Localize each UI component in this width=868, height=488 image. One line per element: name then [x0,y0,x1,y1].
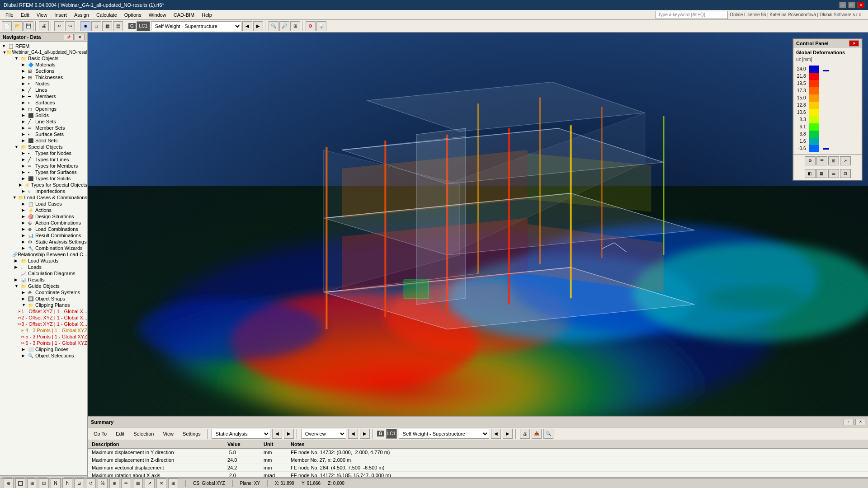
cp-btn-filter[interactable]: ▦ [816,169,827,178]
load-cases-arrow[interactable]: ▶ [22,202,28,206]
bottom-lc-prev[interactable]: ◀ [491,429,501,439]
types-solids-arrow[interactable]: ▶ [22,176,28,181]
search-input[interactable] [656,11,728,19]
lc-name-dropdown[interactable]: Self Weight - Superstructure [151,21,241,31]
bottom-goto[interactable]: Go To [90,430,110,437]
special-objects-arrow[interactable]: ▼ [14,145,21,149]
loads-arrow[interactable]: ▶ [14,265,21,269]
solid-sets-arrow[interactable]: ▶ [22,138,28,143]
nav-item-types-surfaces[interactable]: ▶ ▪ Types for Surfaces [0,169,87,175]
cp-close-button[interactable]: ✕ [849,40,859,47]
comb-wizards-arrow[interactable]: ▶ [22,246,28,250]
nav-item-solid-sets[interactable]: ▶ ⬛ Solid Sets [0,137,87,144]
lc-next-button[interactable]: ▶ [253,21,263,31]
menu-assign[interactable]: Assign [71,11,93,19]
object-selections-arrow[interactable]: ▶ [22,353,28,358]
coord-systems-arrow[interactable]: ▶ [22,290,28,295]
nav-item-basic-objects[interactable]: ▼ 📁 Basic Objects [0,55,87,61]
status-btn-8[interactable]: ↺ [86,479,96,488]
nav-item-load-cases-comb[interactable]: ▼ 📁 Load Cases & Combinations [0,194,87,201]
nav-item-cp-4[interactable]: ✂ 4 - 3 Points | 1 - Global XYZ [0,327,87,333]
lc-prev-button[interactable]: ◀ [242,21,252,31]
clipping-boxes-arrow[interactable]: ▶ [22,347,28,352]
menu-cad-bim[interactable]: CAD-BIM [170,11,198,19]
nav-item-static-analysis[interactable]: ▶ ⚙ Static Analysis Settings [0,239,87,245]
nodes-arrow[interactable]: ▶ [22,81,28,86]
types-lines-arrow[interactable]: ▶ [22,157,28,162]
overview-prev-button[interactable]: ◀ [348,429,358,439]
load-combinations-arrow[interactable]: ▶ [22,227,28,231]
status-btn-1[interactable]: ⊕ [4,479,14,488]
rfem-arrow[interactable]: ▼ [2,44,8,48]
bottom-lc-name-dropdown[interactable]: Self Weight - Superstructure [399,429,489,439]
navigator-close-button[interactable]: ✕ [75,34,85,40]
menu-insert[interactable]: Insert [51,11,71,19]
guide-objects-arrow[interactable]: ▼ [14,284,21,288]
status-btn-14[interactable]: ✕ [156,479,166,488]
nav-item-relationship[interactable]: 🔗 Relationship Between Load C... [0,251,87,258]
nav-item-materials[interactable]: ▶ 🔷 Materials [0,61,87,68]
menu-options[interactable]: Options [121,11,145,19]
actions-arrow[interactable]: ▶ [22,208,28,212]
bottom-settings[interactable]: Settings [179,430,204,437]
lines-arrow[interactable]: ▶ [22,88,28,92]
status-btn-13[interactable]: ↗ [145,479,155,488]
nav-item-cp-3[interactable]: ✂ 3 - Offset XYZ | 1 - Global X... [0,321,87,327]
nav-item-member-sets[interactable]: ▶ ━ Member Sets [0,125,87,131]
overview-dropdown[interactable]: Overview [301,429,346,439]
analysis-type-dropdown[interactable]: Static Analysis [212,429,270,439]
nav-item-guide-objects[interactable]: ▼ 📁 Guide Objects [0,283,87,289]
nav-item-nodes[interactable]: ▶ • Nodes [0,80,87,87]
table-row[interactable]: Maximum displacement in Y-direction -5.8… [88,449,868,456]
close-button[interactable]: ✕ [857,2,864,8]
save-button[interactable]: 💾 [24,21,33,31]
line-sets-arrow[interactable]: ▶ [22,119,28,124]
static-analysis-arrow[interactable]: ▶ [22,239,28,244]
print-button[interactable]: 🖨 [39,21,49,31]
nav-item-special-objects[interactable]: ▼ 📁 Special Objects [0,144,87,150]
table-row[interactable]: Maximum displacement in Z-direction 24.0… [88,456,868,464]
nav-item-action-combinations[interactable]: ▶ ⊕ Action Combinations [0,220,87,226]
menu-help[interactable]: Help [198,11,216,19]
minimize-button[interactable]: ─ [839,2,846,8]
cp-btn-grid[interactable]: ⊞ [828,156,839,165]
status-btn-3[interactable]: ⊞ [27,479,37,488]
status-btn-5[interactable]: N [51,479,61,488]
openings-arrow[interactable]: ▶ [22,107,28,111]
nav-item-load-wizards[interactable]: ▶ 📁 Load Wizards [0,258,87,264]
nav-item-coord-systems[interactable]: ▶ ⊕ Coordinate Systems [0,289,87,296]
surfaces-arrow[interactable]: ▶ [22,100,28,105]
analysis-prev-button[interactable]: ◀ [272,429,282,439]
imperfections-arrow[interactable]: ▶ [22,189,28,193]
calculate-button[interactable]: ⚙ [306,21,316,31]
view-3d-button[interactable]: ■ [80,21,90,31]
nav-item-types-nodes[interactable]: ▶ • Types for Nodes [0,150,87,156]
bottom-filter-btn[interactable]: 🔍 [543,429,553,439]
types-members-arrow[interactable]: ▶ [22,164,28,168]
nav-item-result-combinations[interactable]: ▶ 📊 Result Combinations [0,232,87,239]
nav-item-loads[interactable]: ▶ ↓ Loads [0,264,87,270]
redo-button[interactable]: ↪ [65,21,75,31]
viewport-container[interactable]: Control Panel ✕ Global Deformations uz [… [88,33,868,416]
nav-item-cp-2[interactable]: ✂ 2 - Offset XYZ | 1 - Global X... [0,314,87,321]
status-btn-12[interactable]: ⊠ [133,479,143,488]
navigator-pin-button[interactable]: 📌 [64,34,74,40]
project-arrow[interactable]: ▼ [3,50,7,55]
nav-item-solids[interactable]: ▶ ⬛ Solids [0,112,87,118]
thicknesses-arrow[interactable]: ▶ [22,75,28,80]
status-btn-6[interactable]: h [62,479,72,488]
nav-item-load-cases[interactable]: ▶ 📋 Load Cases [0,201,87,207]
nav-item-line-sets[interactable]: ▶ ╱ Line Sets [0,118,87,125]
nav-item-surfaces[interactable]: ▶ ▪ Surfaces [0,99,87,106]
types-special-arrow[interactable]: ▶ [19,183,24,187]
bottom-print-btn[interactable]: 🖨 [520,429,530,439]
new-button[interactable]: 📄 [2,21,12,31]
undo-button[interactable]: ↩ [54,21,64,31]
status-btn-11[interactable]: ✏ [121,479,131,488]
table-row[interactable]: Maximum rotation about X-axis -2.0 mrad … [88,472,868,477]
cp-btn-export[interactable]: ↗ [840,156,851,165]
nav-item-imperfections[interactable]: ▶ ≈ Imperfections [0,188,87,194]
menu-window[interactable]: Window [145,11,170,19]
zoom-out-button[interactable]: 🔎 [279,21,289,31]
nav-item-thicknesses[interactable]: ▶ ⊟ Thicknesses [0,74,87,80]
